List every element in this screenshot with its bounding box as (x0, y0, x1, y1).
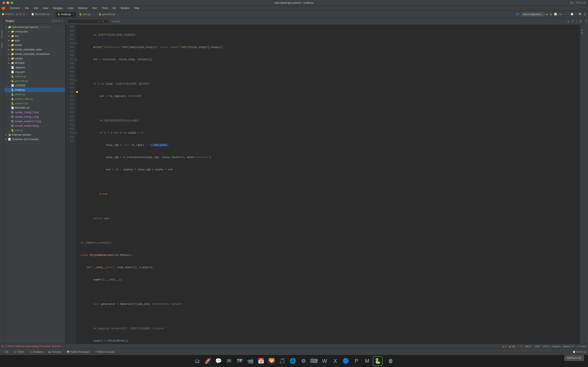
tree-item-sample-w0[interactable]: 🖼 sample_weight=0.png (4, 124, 65, 128)
right-strip-git[interactable]: Git (585, 20, 587, 22)
dock-launchpad[interactable]: 🚀 (203, 356, 213, 366)
bottom-tab-problems[interactable]: ⚠ Problems (29, 349, 44, 355)
sidebar-icon-1[interactable]: ⊞ (16, 13, 18, 16)
menu-pycharm[interactable]: PyCharm (9, 6, 21, 10)
event-log[interactable]: 📋 Event Log (573, 350, 586, 353)
menu-edit[interactable]: Edit (33, 6, 39, 10)
tab-train[interactable]: 🐍 train.py ✕ (77, 11, 96, 17)
tab-train-close[interactable]: ✕ (92, 13, 94, 15)
git-check-icon[interactable]: ✓ (564, 13, 566, 16)
dock-wechat[interactable]: 💬 (214, 356, 223, 366)
tree-item-style-mix[interactable]: ▶ 📁 样式混合 (4, 61, 65, 65)
search-nav[interactable]: ▲ ▼ ≡ ⊞ (566, 20, 582, 23)
sidebar-minimize-icon[interactable]: — (61, 20, 63, 22)
git-revert-icon[interactable]: ↩ (575, 13, 577, 16)
menu-refactor[interactable]: Refactor (78, 6, 88, 10)
tree-root[interactable]: ▼ 📁 style-based-gan-pytorch ~/Desktop/1.… (4, 25, 65, 29)
left-strip-item-2[interactable]: Maven (1, 42, 3, 48)
tab-model-close[interactable]: ✕ (73, 13, 74, 15)
search-next-button[interactable]: ▼ (571, 20, 575, 23)
traffic-lights[interactable] (2, 1, 13, 4)
tree-item-cogyaml[interactable]: 📄 cog.yaml (4, 70, 65, 74)
tree-item-model[interactable]: 🐍 model.py (4, 88, 65, 92)
bottom-tab-terminal[interactable]: ▶ Terminal (48, 349, 62, 355)
git-ok-icon[interactable]: ✓ (567, 13, 569, 16)
menu-tools[interactable]: Tools (101, 6, 108, 10)
tree-item-sample-w07[interactable]: 🖼 sample_weight=0.7.png (4, 119, 65, 124)
dock-photos[interactable]: 🌄 (267, 356, 277, 366)
tab-generate[interactable]: 🐍 generate.py ✕ (96, 11, 121, 17)
git-history-icon[interactable]: 🕐 (571, 13, 573, 16)
search-input[interactable] (68, 20, 97, 23)
tree-item-results[interactable]: ▶ 📁 results (4, 43, 65, 47)
debug-icon[interactable]: 🐛 (550, 13, 553, 16)
dock-music[interactable]: 🎵 (277, 356, 287, 366)
dock-powerpoint[interactable]: P (352, 356, 361, 366)
tree-item-external-libs[interactable]: ▶ 📚 External Libraries (4, 133, 65, 137)
bottom-tab-todo[interactable]: ☑ TODO (13, 349, 25, 355)
tab-generate-close[interactable]: ✕ (117, 13, 118, 15)
sidebar-icon-3[interactable]: ⚙ (23, 13, 25, 16)
search-filter-button[interactable]: ⊞ (579, 20, 582, 23)
tree-item-lpips[interactable]: ▶ 📁 lpips (4, 38, 65, 43)
code-content[interactable]: ##_将噪声与风格向量输入风格模块 print("batchsize="+str… (79, 25, 580, 344)
menu-navigate[interactable]: Navigate (52, 6, 63, 10)
sidebar-icon-2[interactable]: ☰ (19, 13, 22, 16)
tree-item-prepare[interactable]: 🐍 prepare_data.py (4, 97, 65, 101)
search-input-wrap[interactable]: Cc W .* (67, 19, 109, 24)
tree-item-license[interactable]: 📄 LICENSE (4, 83, 65, 88)
sidebar-locate-icon[interactable]: ⊕ (52, 20, 54, 22)
tree-item-predict[interactable]: 🐍 predict.py (4, 92, 65, 97)
dock-safari[interactable]: 🌐 (288, 356, 298, 366)
tree-item-train[interactable]: 🐍 train.py (4, 128, 65, 133)
sidebar-settings-icon[interactable]: ⚙ (58, 20, 60, 22)
tab-model[interactable]: 🐍 model.py ✕ (55, 11, 77, 17)
menu-window[interactable]: Window (120, 6, 130, 10)
sidebar-collapse-icon[interactable]: ☰ (55, 20, 57, 22)
sidebar-header-icons[interactable]: ⊕ ☰ ⚙ — (52, 20, 63, 22)
search-everywhere-icon[interactable]: 🔍 (579, 13, 582, 16)
sidebar-controls[interactable]: ⊞ ☰ ⚙ − (16, 13, 28, 16)
search-options-button[interactable]: ≡ (575, 20, 578, 23)
maximize-button[interactable] (11, 1, 13, 4)
left-strip-item-1[interactable]: Structure (1, 30, 3, 39)
dock-system-prefs[interactable]: ⚙ (298, 356, 308, 366)
dock-maps[interactable]: 🗺 (235, 356, 245, 366)
dock-pycharm[interactable]: 🐍 (373, 356, 383, 366)
code-editor[interactable]: 389 390 391 392 393 394 395 396 397 398 … (65, 25, 584, 344)
tree-item-sample[interactable]: ▶ 📁 sample (4, 56, 65, 61)
dock-word[interactable]: W (320, 356, 329, 366)
dock-calendar[interactable]: 📅 (256, 356, 266, 366)
dock-facetime[interactable]: 📹 (245, 356, 255, 366)
dock-terminal[interactable]: ⌨ (309, 356, 319, 366)
whole-word-icon[interactable]: W (101, 20, 104, 23)
run-icon[interactable]: ▶ (546, 13, 548, 16)
tree-item-dataset[interactable]: 🐍 dataset.py (4, 74, 65, 79)
tree-item-results-meanstyle-noise[interactable]: ▶ 📁 results_meanstyle_noise (4, 47, 65, 52)
bottom-tab-python-packages[interactable]: 📦 Python Packages (65, 349, 91, 355)
search-prev-button[interactable]: ▲ (566, 20, 570, 23)
regex-icon[interactable]: .* (105, 20, 107, 23)
tab-readme-close[interactable]: ✕ (51, 13, 53, 15)
menu-view[interactable]: View (42, 6, 49, 10)
tree-item-generate[interactable]: 🐍 generate.py (4, 79, 65, 83)
dock-chrome[interactable]: 🔵 (341, 356, 351, 366)
tree-item-doc[interactable]: ▶ 📁 doc (4, 34, 65, 38)
add-configuration-button[interactable]: Add Configuration... (521, 12, 545, 16)
tree-item-results-meanstyle-norand[interactable]: ▶ 📁 results_meanstyle_norandnoise (4, 52, 65, 56)
bottom-tab-git[interactable]: ⑂ Git (2, 349, 9, 355)
tree-item-checkpoints[interactable]: ▶ 📁 checkpoints (4, 29, 65, 34)
menu-code[interactable]: Code (67, 6, 74, 10)
tree-item-readme[interactable]: 📄 README.md (4, 106, 65, 110)
search-options[interactable]: Cc W .* (97, 20, 107, 23)
menu-file[interactable]: File (24, 6, 30, 10)
sidebar-icon-4[interactable]: − (26, 13, 28, 16)
close-button[interactable] (2, 1, 5, 4)
tab-readme[interactable]: 📄 README.md ✕ (29, 11, 55, 17)
tree-item-sample-mix1[interactable]: 🖼 sample_mixing_1.png (4, 115, 65, 119)
tree-item-scratches[interactable]: ▶ 📝 Scratches and Consoles (4, 137, 65, 142)
settings-icon[interactable]: ⚙ (584, 13, 586, 16)
case-sensitive-icon[interactable]: Cc (97, 20, 100, 23)
dock-excel[interactable]: X (330, 356, 340, 366)
bottom-tab-python-console[interactable]: > Python Console (94, 349, 116, 355)
